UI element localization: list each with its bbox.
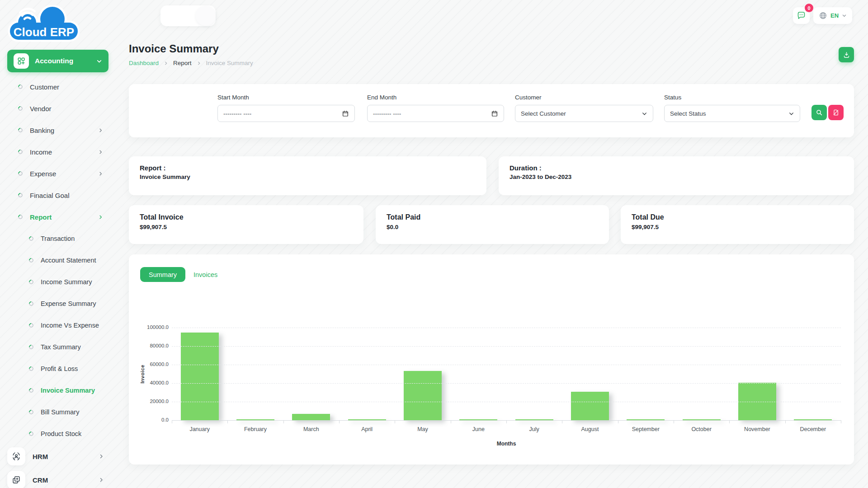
chevron-right-icon xyxy=(99,477,104,483)
sidebar-item-expense-summary[interactable]: Expense Summary xyxy=(0,293,116,314)
sidebar-item-banking[interactable]: Banking xyxy=(0,119,116,141)
duration-info-title: Duration : xyxy=(509,164,843,172)
language-selector[interactable]: EN xyxy=(813,7,852,24)
breadcrumb: Dashboard Report Invoice Summary xyxy=(129,60,253,66)
chevron-right-icon xyxy=(197,61,201,66)
messages-button[interactable]: 0 xyxy=(793,7,810,24)
chart-bar-august xyxy=(571,392,609,420)
sidebar-item-label: Profit & Loss xyxy=(41,365,78,372)
chart-plot xyxy=(172,328,841,420)
chevron-right-icon xyxy=(99,454,104,459)
accounting-grid-icon xyxy=(14,53,29,69)
bullet-icon xyxy=(28,300,34,307)
sidebar-item-income-summary[interactable]: Income Summary xyxy=(0,271,116,293)
sidebar-collapse-toggle[interactable] xyxy=(160,5,216,26)
cloud-erp-logo[interactable]: Cloud ERP xyxy=(7,5,81,42)
download-icon xyxy=(843,51,850,59)
sidebar-item-product-stock[interactable]: Product Stock xyxy=(0,423,116,445)
sidebar-item-label: Expense Summary xyxy=(41,300,96,307)
tab-invoices[interactable]: Invoices xyxy=(188,267,223,282)
sidebar: Cloud ERP Accounting CustomerVendorBanki… xyxy=(0,0,116,488)
x-tick-label: August xyxy=(562,426,618,432)
toggle-knob xyxy=(196,6,216,26)
crm-icon xyxy=(7,471,25,488)
gridline xyxy=(172,402,841,402)
x-tick-label: March xyxy=(283,426,339,432)
axis-boundary-tick xyxy=(785,420,786,423)
customer-selected-value: Select Customer xyxy=(521,110,642,117)
sidebar-item-label: Bill Summary xyxy=(41,408,79,416)
sidebar-item-tax-summary[interactable]: Tax Summary xyxy=(0,336,116,358)
gridline xyxy=(172,383,841,384)
chevron-down-icon xyxy=(642,111,647,117)
sidebar-section-accounting[interactable]: Accounting xyxy=(7,50,108,72)
sidebar-item-income[interactable]: Income xyxy=(0,141,116,163)
download-report-button[interactable] xyxy=(839,47,854,62)
axis-boundary-tick xyxy=(562,420,562,423)
status-select[interactable]: Select Status xyxy=(664,105,800,122)
sidebar-item-crm[interactable]: CRM xyxy=(0,468,116,488)
apply-filter-button[interactable] xyxy=(811,105,827,120)
sidebar-item-finacial-goal[interactable]: Finacial Goal xyxy=(0,184,116,206)
bullet-icon xyxy=(17,170,24,177)
sidebar-item-report[interactable]: Report xyxy=(0,206,116,228)
y-axis-title-wrap: Invoice xyxy=(139,328,146,420)
sidebar-item-label: Expense xyxy=(30,170,56,178)
chevron-right-icon xyxy=(164,61,168,66)
bar-column xyxy=(283,414,339,420)
sidebar-item-profit-loss[interactable]: Profit & Loss xyxy=(0,358,116,380)
sidebar-item-vendor[interactable]: Vendor xyxy=(0,98,116,119)
sidebar-item-label: Income Summary xyxy=(41,278,92,286)
bullet-icon xyxy=(28,431,34,437)
sidebar-item-expense[interactable]: Expense xyxy=(0,163,116,184)
x-tick-label: April xyxy=(339,426,395,432)
axis-boundary-tick xyxy=(172,420,172,423)
sidebar-item-hrm[interactable]: HRM xyxy=(0,445,116,468)
sidebar-item-invoice-summary[interactable]: Invoice Summary xyxy=(0,380,116,401)
total-due-card: Total Due $99,907.5 xyxy=(621,205,854,244)
x-tick-label: November xyxy=(729,426,785,432)
bullet-icon xyxy=(17,105,24,112)
chart-panel: Summary Invoices 100000.080000.060000.04… xyxy=(129,254,854,465)
bullet-icon xyxy=(17,214,24,220)
axis-boundary-tick xyxy=(283,420,284,423)
page-title: Invoice Summary xyxy=(129,42,219,55)
bullet-icon xyxy=(28,279,34,285)
sidebar-item-transaction[interactable]: Transaction xyxy=(0,228,116,249)
bullet-icon xyxy=(17,84,24,90)
x-tick-label: July xyxy=(506,426,562,432)
language-code: EN xyxy=(830,12,839,19)
bar-column xyxy=(562,392,618,420)
axis-boundary-tick xyxy=(674,420,674,423)
clear-filter-button[interactable] xyxy=(828,105,844,120)
x-tick-label: June xyxy=(451,426,506,432)
end-month-value: --------- ---- xyxy=(373,110,491,117)
sidebar-item-income-vs-expense[interactable]: Income Vs Expense xyxy=(0,314,116,336)
breadcrumb-dashboard[interactable]: Dashboard xyxy=(129,60,159,66)
start-month-input[interactable]: --------- ---- xyxy=(217,105,355,122)
sidebar-item-account-statement[interactable]: Account Statement xyxy=(0,249,116,271)
report-info-title: Report : xyxy=(140,164,476,172)
x-tick-label: January xyxy=(172,426,227,432)
total-invoice-card: Total Invoice $99,907.5 xyxy=(129,205,363,244)
breadcrumb-report[interactable]: Report xyxy=(173,60,192,66)
bullet-icon xyxy=(28,235,34,242)
sidebar-item-customer[interactable]: Customer xyxy=(0,76,116,98)
gridline xyxy=(172,365,841,365)
stat-value: $99,907.5 xyxy=(632,224,843,230)
customer-select[interactable]: Select Customer xyxy=(515,105,653,122)
end-month-input[interactable]: --------- ---- xyxy=(367,105,504,122)
stat-label: Total Invoice xyxy=(140,213,353,221)
brand-name: Cloud ERP xyxy=(14,25,74,39)
chevron-right-icon xyxy=(98,171,103,176)
sidebar-item-bill-summary[interactable]: Bill Summary xyxy=(0,401,116,423)
end-month-label: End Month xyxy=(367,94,504,101)
gridline xyxy=(172,346,841,347)
search-icon xyxy=(816,109,823,116)
chevron-right-icon xyxy=(98,150,103,155)
app: { "brand": { "name": "Cloud ERP" }, "top… xyxy=(0,0,868,488)
sidebar-item-label: Income Vs Expense xyxy=(41,322,99,329)
sidebar-bottom: HRMCRM xyxy=(0,445,116,488)
axis-boundary-tick xyxy=(451,420,451,423)
bullet-icon xyxy=(28,257,34,263)
